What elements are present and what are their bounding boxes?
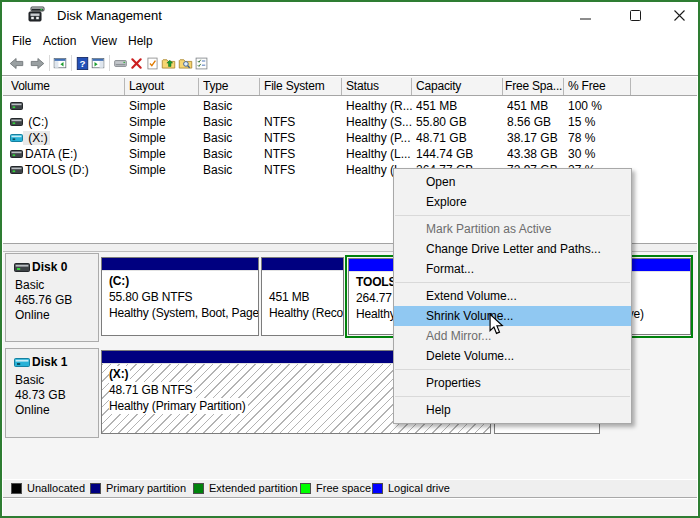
partition-x-status: Healthy (Primary Partition) xyxy=(109,398,248,414)
menu-file[interactable]: File xyxy=(12,34,31,48)
open-folder-icon[interactable] xyxy=(161,56,176,71)
volume-row-x-selected[interactable]: (X:) Simple Basic NTFS Healthy (P... 48.… xyxy=(3,130,697,146)
cell-pct-free: 78 % xyxy=(568,131,626,145)
partition-x-size: 48.71 GB NTFS xyxy=(109,382,194,398)
column-header-layout[interactable]: Layout xyxy=(129,79,193,94)
column-header-file-system[interactable]: File System xyxy=(264,79,336,94)
column-separator xyxy=(341,78,342,95)
toolbar-separator xyxy=(109,55,110,71)
menu-item-explore[interactable]: Explore xyxy=(394,192,631,212)
menu-item-shrink-volume[interactable]: Shrink Volume... xyxy=(394,306,631,326)
menu-item-mark-partition-active: Mark Partition as Active xyxy=(394,219,631,239)
volume-icon xyxy=(10,101,23,111)
cell-file-system: NTFS xyxy=(264,131,336,145)
disk-icon-selected xyxy=(14,357,30,368)
menu-item-properties[interactable]: Properties xyxy=(394,373,631,393)
delete-icon[interactable] xyxy=(129,56,144,71)
cell-status: Healthy (S... xyxy=(346,115,415,129)
column-header-volume[interactable]: Volume xyxy=(11,79,119,94)
legend-swatch-unallocated xyxy=(11,483,22,494)
disk1-info-panel[interactable]: Disk 1 Basic 48.73 GB Online xyxy=(5,348,99,438)
cell-type: Basic xyxy=(203,163,255,177)
cell-free-space: 43.38 GB xyxy=(507,147,560,161)
cell-capacity: 48.71 GB xyxy=(416,131,498,145)
menu-bar: File Action View Help xyxy=(2,28,698,50)
minimize-button[interactable] xyxy=(568,2,602,28)
show-console-tree-icon[interactable] xyxy=(53,56,67,71)
disk-management-window: Disk Management File Action View Help xyxy=(0,0,700,518)
disk0-kind: Basic xyxy=(15,278,44,292)
menu-item-extend-volume[interactable]: Extend Volume... xyxy=(394,286,631,306)
cell-layout: Simple xyxy=(129,163,193,177)
menu-separator xyxy=(395,369,630,370)
cell-status: Healthy (L... xyxy=(346,147,415,161)
column-separator xyxy=(411,78,412,95)
menu-item-format[interactable]: Format... xyxy=(394,259,631,279)
volume-row-c[interactable]: (C:) Simple Basic NTFS Healthy (S... 55.… xyxy=(3,114,697,130)
menu-item-change-drive-letter[interactable]: Change Drive Letter and Paths... xyxy=(394,239,631,259)
volume-row-recovery[interactable]: Simple Basic Healthy (R... 451 MB 451 MB… xyxy=(3,98,697,114)
cell-type: Basic xyxy=(203,115,255,129)
disk0-info-panel[interactable]: Disk 0 Basic 465.76 GB Online xyxy=(5,253,99,342)
menu-help[interactable]: Help xyxy=(128,34,153,48)
partition-c-label: (C:) xyxy=(109,273,131,289)
volume-icon xyxy=(10,165,23,175)
partition-recovery-size: 451 MB xyxy=(269,289,311,305)
column-header-pct-free[interactable]: % Free xyxy=(568,79,626,94)
partition-c[interactable]: (C:) 55.80 GB NTFS Healthy (System, Boot… xyxy=(101,257,259,336)
menu-item-delete-volume[interactable]: Delete Volume... xyxy=(394,346,631,366)
back-icon[interactable] xyxy=(7,56,26,71)
disk1-name: Disk 1 xyxy=(32,355,67,369)
legend-swatch-extended xyxy=(193,483,204,494)
cell-pct-free: 100 % xyxy=(568,99,626,113)
menu-action[interactable]: Action xyxy=(43,34,76,48)
column-header-free-space[interactable]: Free Spa... xyxy=(505,79,562,94)
properties-list-icon[interactable] xyxy=(194,56,209,71)
cell-status: Healthy (P... xyxy=(346,131,415,145)
partition-c-status: Healthy (System, Boot, Page xyxy=(109,305,258,321)
disk-icon xyxy=(14,262,30,273)
volume-row-data[interactable]: DATA (E:) Simple Basic NTFS Healthy (L..… xyxy=(3,146,697,162)
partition-c-size: 55.80 GB NTFS xyxy=(109,289,194,305)
help-icon[interactable]: ? xyxy=(76,56,89,71)
disk1-size: 48.73 GB xyxy=(15,388,66,402)
column-separator xyxy=(259,78,260,95)
menu-separator xyxy=(395,396,630,397)
column-separator xyxy=(124,78,125,95)
disk-drive-icon[interactable] xyxy=(113,56,128,71)
column-header-status[interactable]: Status xyxy=(346,79,406,94)
close-button[interactable] xyxy=(662,2,696,28)
legend-swatch-logical xyxy=(372,483,383,494)
cell-pct-free: 15 % xyxy=(568,115,626,129)
menu-item-add-mirror: Add Mirror... xyxy=(394,326,631,346)
show-action-pane-icon[interactable] xyxy=(91,56,105,71)
cell-layout: Simple xyxy=(129,115,193,129)
column-header-type[interactable]: Type xyxy=(203,79,255,94)
cell-layout: Simple xyxy=(129,147,193,161)
column-separator xyxy=(198,78,199,95)
toolbar-separator xyxy=(71,55,72,71)
legend-bar: Unallocated Primary partition Extended p… xyxy=(3,479,697,498)
svg-text:?: ? xyxy=(80,58,86,69)
menu-item-open[interactable]: Open xyxy=(394,172,631,192)
forward-icon[interactable] xyxy=(28,56,47,71)
cell-type: Basic xyxy=(203,131,255,145)
cell-volume: DATA (E:) xyxy=(25,147,77,161)
cell-type: Basic xyxy=(203,147,255,161)
disk-management-app-icon xyxy=(28,6,46,22)
column-header-capacity[interactable]: Capacity xyxy=(416,79,498,94)
legend-swatch-primary xyxy=(90,483,101,494)
menu-item-help[interactable]: Help xyxy=(394,400,631,420)
legend-label-free: Free space xyxy=(316,482,371,494)
disk1-kind: Basic xyxy=(15,373,44,387)
partition-recovery-colorbar xyxy=(262,258,343,270)
title-bar: Disk Management xyxy=(2,2,698,28)
volume-context-menu: Open Explore Mark Partition as Active Ch… xyxy=(393,168,632,424)
mark-active-icon[interactable] xyxy=(145,56,160,71)
partition-recovery[interactable]: 451 MB Healthy (Recov xyxy=(261,257,344,336)
cell-free-space: 8.56 GB xyxy=(507,115,560,129)
explore-folder-icon[interactable] xyxy=(178,56,193,71)
maximize-button[interactable] xyxy=(618,2,652,28)
menu-view[interactable]: View xyxy=(91,34,117,48)
menu-separator xyxy=(395,215,630,216)
